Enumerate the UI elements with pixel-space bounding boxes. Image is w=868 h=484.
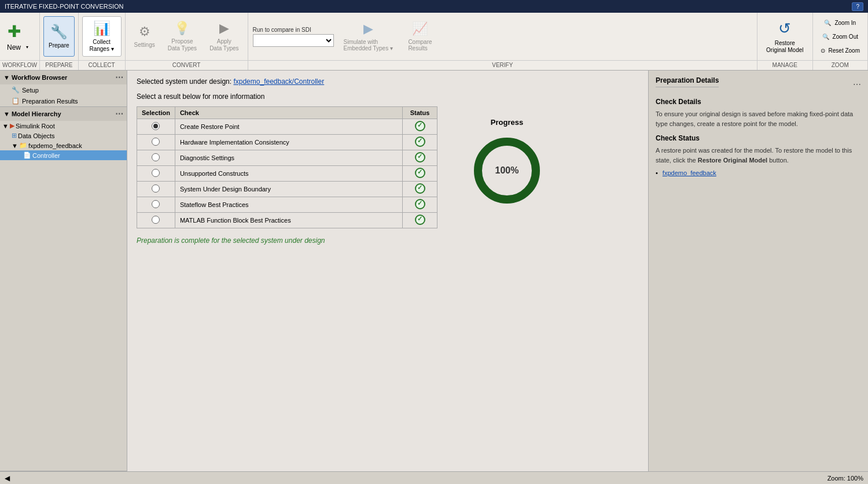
bullet-icon: • xyxy=(656,169,658,176)
model-hierarchy-section: ▼ Model Hierarchy ⋯ ▼ ▶ Simulink Root ⊞ … xyxy=(0,107,127,471)
reset-zoom-button[interactable]: ⊙ Reset Zoom xyxy=(816,44,864,57)
content-area: Selected system under design: fxpdemo_fe… xyxy=(127,71,648,471)
workflow-browser-section: ▼ Workflow Browser ⋯ 🔧 Setup 📋 Preparati… xyxy=(0,71,127,107)
prev-arrow[interactable]: ◀ xyxy=(5,474,10,482)
toolbar-group-prepare: 🔧 Prepare PREPARE xyxy=(40,13,79,70)
simulink-root-icon: ▶ xyxy=(10,122,14,130)
panel-menu-icon[interactable]: ⋯ xyxy=(853,80,861,89)
table-header-check: Check xyxy=(175,107,402,119)
prepare-button[interactable]: 🔧 Prepare xyxy=(43,16,75,57)
tree-item-fxpdemo-feedback[interactable]: ▼ 📁 fxpdemo_feedback xyxy=(0,141,127,150)
system-header: Selected system under design: fxpdemo_fe… xyxy=(137,77,639,86)
compare-results-button[interactable]: 📈 CompareResults xyxy=(403,19,437,54)
main-layout: ▼ Workflow Browser ⋯ 🔧 Setup 📋 Preparati… xyxy=(0,71,868,471)
table-row[interactable]: Unsupported Constructs xyxy=(137,166,437,182)
table-row[interactable]: Hardware Implementation Consistency xyxy=(137,135,437,150)
toolbar-group-manage: ↺ RestoreOriginal Model MANAGE xyxy=(757,13,812,70)
app-title: ITERATIVE FIXED-POINT CONVERSION xyxy=(5,3,124,10)
propose-data-types-button[interactable]: 💡 ProposeData Types xyxy=(163,16,202,57)
progress-label: 100% xyxy=(495,165,519,176)
table-row[interactable]: Create Restore Point xyxy=(137,119,437,135)
zoom-out-button[interactable]: 🔍 Zoom Out xyxy=(817,30,863,43)
status-icon-matlab-fn xyxy=(415,215,425,225)
compare-icon: 📈 xyxy=(412,21,428,36)
propose-icon: 💡 xyxy=(174,21,190,36)
radio-matlab-fn[interactable] xyxy=(152,216,160,224)
table-row[interactable]: System Under Design Boundary xyxy=(137,182,437,197)
check-label-create-restore: Create Restore Point xyxy=(175,119,402,135)
table-header-status: Status xyxy=(403,107,437,119)
table-header-selection: Selection xyxy=(137,107,175,119)
toolbar-group-collect: 📊 CollectRanges ▾ COLLECT xyxy=(79,13,126,70)
status-bar: ◀ Zoom: 100% xyxy=(0,471,868,484)
panel-list-item-fxpdemo: • fxpdemo_feedback xyxy=(656,169,861,176)
check-table-container: Selection Check Status Create Restore Po… xyxy=(137,106,437,245)
apply-data-types-button[interactable]: ▶ ApplyData Types xyxy=(204,16,244,57)
preparation-results-icon: 📋 xyxy=(12,97,20,105)
zoom-out-icon: 🔍 xyxy=(822,34,829,40)
settings-button[interactable]: ⚙ Settings xyxy=(129,16,160,57)
status-icon-stateflow xyxy=(415,199,425,209)
sidebar-item-setup[interactable]: 🔧 Setup xyxy=(0,84,127,95)
radio-system-boundary[interactable] xyxy=(152,184,160,193)
system-link[interactable]: fxpdemo_feedback/Controller xyxy=(233,77,324,86)
check-details-text: To ensure your original design is saved … xyxy=(656,109,861,128)
status-icon-hw-impl xyxy=(415,136,425,147)
progress-circle: 100% xyxy=(472,136,542,205)
tree-item-controller[interactable]: 📄 Controller xyxy=(0,150,127,160)
status-icon-diagnostic xyxy=(415,152,425,162)
right-panel: Preparation Details ⋯ Check Details To e… xyxy=(648,71,868,471)
restore-original-button[interactable]: ↺ RestoreOriginal Model xyxy=(761,16,808,57)
help-button[interactable]: ? xyxy=(852,2,863,11)
table-row[interactable]: Diagnostic Settings xyxy=(137,150,437,166)
sidebar: ▼ Workflow Browser ⋯ 🔧 Setup 📋 Preparati… xyxy=(0,71,127,471)
fxpdemo-link[interactable]: fxpdemo_feedback xyxy=(663,169,716,176)
simulate-embedded-button[interactable]: ▶ Simulate withEmbedded Types ▾ xyxy=(339,19,398,54)
workflow-toggle-icon: ▼ xyxy=(3,74,10,81)
status-icon-system-boundary xyxy=(415,183,425,194)
reset-zoom-icon: ⊙ xyxy=(821,47,825,54)
fxpdemo-toggle: ▼ xyxy=(12,142,18,149)
radio-hw-impl[interactable] xyxy=(152,138,160,146)
check-status-title: Check Status xyxy=(656,134,861,142)
check-table: Selection Check Status Create Restore Po… xyxy=(137,106,437,228)
check-label-system-boundary: System Under Design Boundary xyxy=(175,182,402,197)
radio-create-restore[interactable] xyxy=(152,122,160,130)
setup-icon: 🔧 xyxy=(12,86,20,94)
workflow-browser-header[interactable]: ▼ Workflow Browser ⋯ xyxy=(0,71,127,84)
simulink-root-toggle: ▼ xyxy=(2,123,9,130)
simulate-icon: ▶ xyxy=(363,21,373,36)
check-label-diagnostic: Diagnostic Settings xyxy=(175,150,402,166)
table-row[interactable]: Stateflow Best Practices xyxy=(137,197,437,213)
radio-diagnostic[interactable] xyxy=(152,153,160,161)
tree-item-data-objects[interactable]: ⊞ Data Objects xyxy=(0,131,127,141)
model-hierarchy-header[interactable]: ▼ Model Hierarchy ⋯ xyxy=(0,107,127,121)
zoom-in-icon: 🔍 xyxy=(824,20,831,26)
toolbar: ✚ New ▾ WORKFLOW 🔧 Prepare PREPARE 📊 Col… xyxy=(0,13,868,71)
check-label-hw-impl: Hardware Implementation Consistency xyxy=(175,135,402,150)
zoom-status: Zoom: 100% xyxy=(827,475,863,482)
fxpdemo-icon: 📁 xyxy=(19,142,27,149)
toolbar-group-convert: ⚙ Settings 💡 ProposeData Types ▶ ApplyDa… xyxy=(126,13,248,70)
toolbar-group-workflow: ✚ New ▾ WORKFLOW xyxy=(0,13,40,70)
zoom-in-button[interactable]: 🔍 Zoom In xyxy=(817,16,863,29)
collect-ranges-button[interactable]: 📊 CollectRanges ▾ xyxy=(82,16,122,57)
run-compare-select[interactable] xyxy=(253,34,334,47)
model-hierarchy-menu-icon[interactable]: ⋯ xyxy=(115,109,123,119)
title-bar: ITERATIVE FIXED-POINT CONVERSION ? xyxy=(0,0,868,13)
workflow-browser-menu-icon[interactable]: ⋯ xyxy=(115,73,123,82)
toolbar-group-verify: Run to compare in SDI ▶ Simulate withEmb… xyxy=(248,13,758,70)
collect-ranges-icon: 📊 xyxy=(93,20,111,36)
sidebar-item-preparation-results[interactable]: 📋 Preparation Results xyxy=(0,95,127,106)
tree-item-simulink-root[interactable]: ▼ ▶ Simulink Root xyxy=(0,121,127,131)
new-button[interactable]: ✚ New ▾ xyxy=(3,16,30,57)
radio-unsupported[interactable] xyxy=(152,169,160,177)
radio-stateflow[interactable] xyxy=(152,200,160,208)
check-label-stateflow: Stateflow Best Practices xyxy=(175,197,402,213)
apply-icon: ▶ xyxy=(219,21,229,36)
table-row[interactable]: MATLAB Function Block Best Practices xyxy=(137,213,437,228)
check-label-matlab-fn: MATLAB Function Block Best Practices xyxy=(175,213,402,228)
progress-section: Progress 100% xyxy=(472,118,542,205)
panel-title: Preparation Details xyxy=(656,76,719,87)
data-objects-icon: ⊞ xyxy=(12,132,17,139)
